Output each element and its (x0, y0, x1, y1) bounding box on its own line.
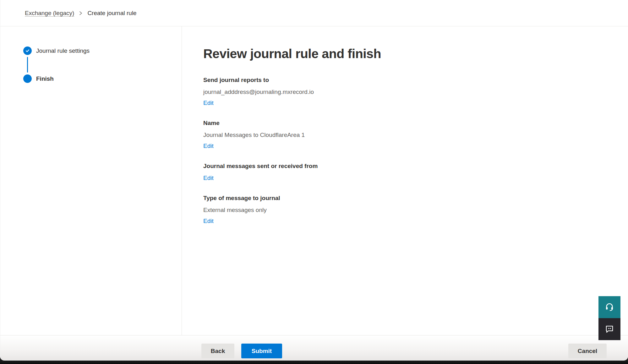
chat-icon (605, 324, 614, 334)
wizard-steps-sidebar: Journal rule settings Finish (0, 26, 182, 335)
edit-name-link[interactable]: Edit (203, 142, 214, 150)
section-label: Send journal reports to (203, 76, 615, 84)
step-connector-line (27, 57, 28, 73)
breadcrumb: Exchange (legacy) Create journal rule (0, 0, 628, 26)
back-button[interactable]: Back (201, 344, 234, 358)
wizard-step-finish[interactable]: Finish (23, 74, 54, 83)
review-section-name: Name Journal Messages to CloudflareArea … (203, 119, 615, 150)
headset-icon (605, 302, 614, 312)
page-title: Review journal rule and finish (203, 45, 615, 62)
feedback-button[interactable] (598, 318, 620, 340)
section-label: Type of message to journal (203, 194, 615, 202)
step-completed-check-icon (23, 46, 32, 55)
review-section-journal-messages-scope: Journal messages sent or received from E… (203, 162, 615, 182)
review-section-message-type: Type of message to journal External mess… (203, 194, 615, 225)
edit-scope-link[interactable]: Edit (203, 174, 214, 182)
review-section-send-journal-reports-to: Send journal reports to journal_adddress… (203, 76, 615, 107)
journal-report-address-value: journal_adddress@journaling.mxrecord.io (203, 88, 615, 96)
wizard-step-journal-rule-settings[interactable]: Journal rule settings (23, 46, 90, 55)
step-current-dot-icon (23, 74, 32, 83)
wizard-step-label: Journal rule settings (36, 47, 90, 54)
breadcrumb-current-page: Create journal rule (87, 10, 136, 17)
rule-name-value: Journal Messages to CloudflareArea 1 (203, 131, 615, 139)
exchange-create-journal-rule-window: Exchange (legacy) Create journal rule Jo… (0, 0, 628, 361)
review-pane: Review journal rule and finish Send jour… (182, 26, 628, 335)
wizard-step-label: Finish (36, 75, 54, 82)
section-label: Journal messages sent or received from (203, 162, 615, 170)
message-type-value: External messages only (203, 206, 615, 214)
edit-message-type-link[interactable]: Edit (203, 217, 214, 225)
help-button[interactable] (598, 296, 620, 318)
cancel-button[interactable]: Cancel (568, 344, 607, 358)
edit-send-journal-reports-link[interactable]: Edit (203, 99, 214, 107)
breadcrumb-exchange-legacy-link[interactable]: Exchange (legacy) (25, 10, 74, 17)
action-bar: Back Submit Cancel (0, 335, 628, 360)
submit-button[interactable]: Submit (241, 344, 282, 358)
section-label: Name (203, 119, 615, 127)
chevron-right-icon (79, 11, 83, 16)
